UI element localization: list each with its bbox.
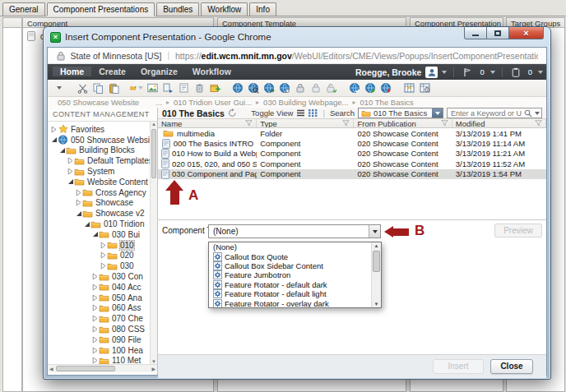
tree-item[interactable]: Showcase v2 [48,208,157,219]
clipboard-caret-icon[interactable] [538,71,543,74]
tree-item[interactable]: Cross Agency [48,187,157,198]
dropdown-option[interactable]: Feature Rotator - default light [209,289,371,298]
breadcrumb-segment[interactable]: 010 Tridion User Gui... [174,98,252,107]
tree-expander-icon[interactable] [75,199,82,206]
tree-expander-icon[interactable] [91,336,99,344]
copy-icon[interactable] [91,81,104,95]
tree-expander-icon[interactable] [91,231,99,238]
tree-expander-icon[interactable] [83,221,90,228]
tree-expander-icon[interactable] [91,284,99,291]
tree-expander-icon[interactable] [58,147,66,154]
cut-icon[interactable] [76,81,89,95]
scroll-up-icon[interactable]: ▲ [151,122,157,127]
table-row[interactable]: multimediaFolder020 Showcase Content3/13… [158,128,546,138]
grid-view-icon[interactable] [309,108,318,118]
breadcrumb-segment[interactable]: 050 Showcase Website [58,98,139,107]
tree-expander-icon[interactable] [50,136,58,143]
filter-funnel-icon[interactable] [342,120,350,127]
insert-image-icon[interactable] [146,81,159,95]
tree-item[interactable]: 100 Hea [48,345,157,356]
tree-vertical-scrollbar[interactable]: ▲ ▼ [150,122,157,364]
tree-expander-icon[interactable] [100,262,107,270]
address-bar[interactable]: State of Minnesota [US] | https://edit.w… [48,48,546,64]
user-menu-caret-icon[interactable] [442,71,447,74]
tree-expander-icon[interactable] [91,325,99,333]
tree-item[interactable]: 010 Tridion [48,219,157,229]
close-button[interactable]: × [509,27,544,39]
tree-item[interactable]: 080 CSS [48,324,157,334]
breadcrumb-segment[interactable]: 010 The Basics [360,98,413,107]
tree-expander-icon[interactable] [91,357,99,364]
list-view-icon[interactable] [296,108,305,118]
tab-general[interactable]: General [2,2,45,16]
filter-funnel-icon[interactable] [245,120,253,127]
select-caret-button[interactable] [369,225,380,238]
world-icon[interactable] [231,81,244,95]
new-folder-icon[interactable] [130,81,143,95]
tree-item[interactable]: 050 Ana [48,293,157,303]
scope-caret-button[interactable] [432,108,443,118]
tree-item[interactable]: Building Blocks [48,145,157,156]
lock-2-icon[interactable] [309,81,322,95]
localize-icon[interactable] [278,81,291,95]
dropdown-scrollbar[interactable]: ▲ ▼ [371,242,381,307]
tree-expander-icon[interactable] [91,294,99,302]
tree-item[interactable]: Showcase [48,198,157,209]
tree-expander-icon[interactable] [67,178,74,185]
paste-icon[interactable] [107,81,120,95]
dropdown-option[interactable]: (None) [209,242,371,251]
tree-expander-icon[interactable] [91,304,99,311]
tree-expander-icon[interactable] [75,189,82,196]
scrollbar-thumb[interactable] [56,366,115,371]
compare-versions-icon[interactable] [262,81,276,95]
tree-item[interactable]: System [48,166,157,177]
tree-expander-icon[interactable] [67,168,74,175]
dropdown-option[interactable]: Feature Rotator - overlay dark [209,298,371,307]
publish-preview-icon[interactable] [348,81,361,95]
table-row[interactable]: 010 How to Build a WebpageComponent020 S… [158,149,546,159]
flag-caret-icon[interactable] [490,71,495,74]
dropdown-option[interactable]: Callout Box Quote [209,251,371,261]
tab-component-presentations[interactable]: Component Presentations [47,2,155,16]
table-row[interactable]: 000 The Basics INTROComponent020 Showcas… [158,138,546,148]
menu-item-home[interactable]: Home [53,67,91,76]
column-header-type[interactable]: Type [257,119,354,127]
table-row[interactable]: 030 Component and Page Tem...Component02… [158,169,546,179]
tree-item[interactable]: 040 Acc [48,282,157,293]
dropdown-option[interactable]: Callout Box Sidebar Content [209,261,371,270]
keyword-input[interactable] [451,109,522,118]
minimize-button[interactable] [464,27,487,39]
dropdown-option[interactable]: Feature Rotator - default dark [209,280,371,289]
close-button[interactable]: Close [490,359,533,374]
add-to-bundle-icon[interactable] [208,81,221,95]
lock-icon[interactable] [294,81,307,95]
user-avatar[interactable] [425,67,438,78]
preview-button[interactable]: Preview [494,224,542,238]
tree-item[interactable]: 030 Bui [48,229,157,240]
maximize-button[interactable] [487,27,509,39]
magnifier-icon[interactable] [524,109,532,118]
tree-item[interactable]: 070 Che [48,313,157,324]
check-in-out-icon[interactable] [161,81,174,95]
tree-horizontal-scrollbar[interactable]: ◀ ▶ [48,364,157,372]
search-scope-dropdown[interactable]: 010 The Basics [358,108,443,118]
column-header-modified[interactable]: Modified [452,119,546,127]
refresh-icon[interactable] [228,108,238,118]
dropdown-option[interactable]: Feature Jumbotron [209,270,371,279]
column-header[interactable] [3,18,21,28]
user-name[interactable]: Roegge, Brooke [355,67,422,77]
overflow-caret-icon[interactable] [53,81,66,95]
unpublish-icon[interactable] [379,81,392,95]
view-properties-icon[interactable] [177,81,190,95]
tab-info[interactable]: Info [249,2,276,16]
tree-item[interactable]: Default Templates [48,155,157,166]
tree-expander-icon[interactable] [67,157,74,164]
menu-item-workflow[interactable]: Workflow [185,67,239,76]
publish-icon[interactable] [364,81,377,95]
tree-item[interactable]: 020 [48,251,157,261]
tree-expander-icon[interactable] [75,210,82,217]
clipboard-icon[interactable] [509,66,522,79]
tree-expander-icon[interactable] [50,126,58,133]
scroll-down-icon[interactable]: ▼ [372,302,381,307]
scroll-up-icon[interactable]: ▲ [372,243,381,248]
